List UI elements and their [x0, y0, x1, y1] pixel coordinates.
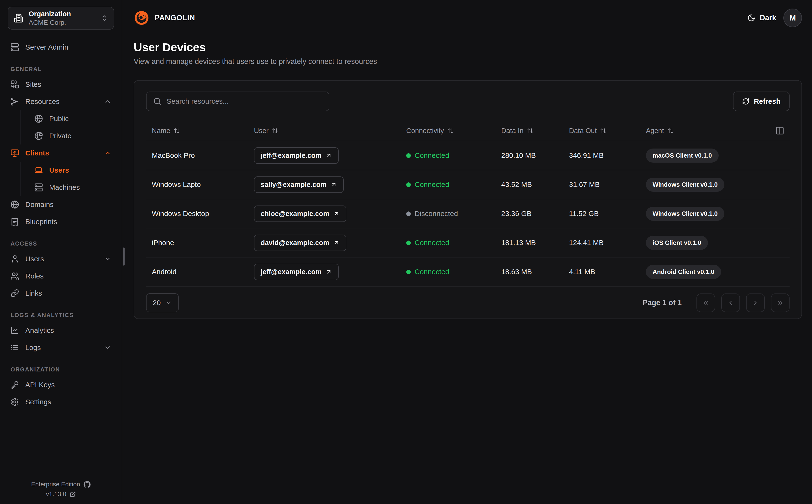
- column-label: Agent: [646, 127, 664, 135]
- status-dot: [406, 182, 411, 187]
- refresh-button[interactable]: Refresh: [733, 92, 790, 111]
- sidebar-item-private[interactable]: Private: [31, 127, 114, 144]
- first-page-button[interactable]: [697, 293, 715, 312]
- page-size-select[interactable]: 20: [146, 293, 179, 312]
- status-dot: [406, 270, 411, 274]
- sidebar-item-clients-machines[interactable]: Machines: [31, 179, 114, 196]
- section-heading-general: GENERAL: [10, 66, 114, 72]
- theme-toggle[interactable]: Dark: [747, 14, 776, 22]
- sidebar-item-public[interactable]: Public: [31, 110, 114, 127]
- sidebar-item-settings[interactable]: Settings: [8, 393, 114, 411]
- sidebar-item-server-admin[interactable]: Server Admin: [8, 39, 114, 56]
- sidebar-item-label: Links: [25, 289, 42, 297]
- connectivity-status: Connected: [406, 268, 501, 276]
- user-link[interactable]: jeff@example.com: [254, 147, 339, 164]
- user-link[interactable]: sally@example.com: [254, 176, 344, 193]
- columns-toggle-button[interactable]: [775, 126, 784, 135]
- external-link-icon: [70, 491, 76, 497]
- search-input[interactable]: [166, 97, 322, 105]
- sort-icon: [600, 128, 606, 134]
- org-switcher[interactable]: Organization ACME Corp.: [8, 7, 114, 30]
- user-link[interactable]: jeff@example.com: [254, 264, 339, 280]
- previous-page-button[interactable]: [721, 293, 740, 312]
- connectivity-status: Connected: [406, 239, 501, 247]
- avatar[interactable]: M: [783, 9, 802, 27]
- agent-badge: Windows Client v0.1.0: [646, 178, 724, 192]
- table-row: iPhone david@example.com Connected 181.1…: [146, 228, 790, 257]
- sidebar-item-label: Clients: [25, 149, 98, 157]
- version-line[interactable]: v1.13.0: [0, 490, 122, 498]
- sidebar-item-clients-users[interactable]: Users: [31, 162, 114, 179]
- table-row: Windows Lapto sally@example.com Connecte…: [146, 170, 790, 199]
- column-label: Connectivity: [406, 127, 444, 135]
- globe-lock-icon: [34, 132, 43, 140]
- sidebar-item-label: Resources: [25, 98, 98, 106]
- status-label: Connected: [415, 268, 449, 276]
- sidebar-item-label: Machines: [49, 183, 80, 191]
- edition-line[interactable]: Enterprise Edition: [0, 481, 122, 488]
- data-in-value: 43.52 MB: [501, 180, 569, 189]
- sidebar-item-sites[interactable]: Sites: [8, 76, 114, 93]
- next-page-button[interactable]: [746, 293, 765, 312]
- sidebar-item-domains[interactable]: Domains: [8, 196, 114, 213]
- chart-line-icon: [10, 326, 19, 335]
- column-header-connectivity[interactable]: Connectivity: [406, 127, 501, 135]
- chevron-up-icon: [104, 98, 111, 105]
- user-email: david@example.com: [261, 239, 329, 247]
- chevron-down-icon: [104, 255, 111, 262]
- sidebar-item-blueprints[interactable]: Blueprints: [8, 213, 114, 230]
- sidebar-item-label: Public: [49, 115, 69, 123]
- data-out-value: 31.67 MB: [569, 180, 646, 189]
- agent-badge: Android Client v0.1.0: [646, 265, 721, 279]
- status-dot: [406, 211, 411, 216]
- sidebar-item-label: Analytics: [25, 326, 54, 334]
- data-in-value: 181.13 MB: [501, 239, 569, 247]
- link-icon: [10, 289, 19, 298]
- sidebar-item-logs[interactable]: Logs: [8, 339, 114, 356]
- user-link[interactable]: chloe@example.com: [254, 206, 346, 222]
- sidebar-item-label: Blueprints: [25, 218, 57, 226]
- sidebar-item-roles[interactable]: Roles: [8, 267, 114, 285]
- column-header-name[interactable]: Name: [146, 127, 254, 135]
- agent-badge: Windows Client v0.1.0: [646, 207, 724, 221]
- data-out-value: 124.41 MB: [569, 239, 646, 247]
- column-header-data-in[interactable]: Data In: [501, 127, 569, 135]
- status-dot: [406, 241, 411, 245]
- devices-card: Refresh Name User Connectivity Da: [134, 80, 802, 319]
- column-header-agent[interactable]: Agent: [646, 127, 790, 135]
- globe-icon: [34, 114, 43, 123]
- column-header-user[interactable]: User: [254, 127, 406, 135]
- main-content: PANGOLIN Dark M User Devices View and ma…: [122, 0, 812, 504]
- page-title: User Devices: [134, 41, 802, 54]
- sort-icon: [527, 128, 533, 134]
- version-label: v1.13.0: [46, 490, 66, 498]
- status-dot: [406, 153, 411, 158]
- avatar-initial: M: [790, 14, 796, 22]
- column-header-data-out[interactable]: Data Out: [569, 127, 646, 135]
- sidebar-item-api-keys[interactable]: API Keys: [8, 376, 114, 393]
- column-label: Name: [152, 127, 170, 135]
- brand: PANGOLIN: [134, 10, 195, 26]
- page-size-value: 20: [153, 299, 161, 307]
- users-icon: [10, 272, 19, 280]
- table-row: Android jeff@example.com Connected 18.63…: [146, 257, 790, 287]
- data-out-value: 4.11 MB: [569, 268, 646, 276]
- resources-subgroup: Public Private: [21, 110, 114, 144]
- sidebar-item-links[interactable]: Links: [8, 285, 114, 302]
- column-label: User: [254, 127, 269, 135]
- sidebar-scrollbar-thumb[interactable]: [123, 247, 124, 266]
- sidebar-item-users[interactable]: Users: [8, 250, 114, 267]
- user-link[interactable]: david@example.com: [254, 235, 346, 251]
- topbar: PANGOLIN Dark M: [134, 0, 802, 36]
- pager: Page 1 of 1: [643, 293, 790, 312]
- pangolin-logo: [134, 10, 149, 26]
- last-page-button[interactable]: [771, 293, 790, 312]
- sidebar-item-clients[interactable]: Clients: [8, 144, 114, 162]
- user-icon: [10, 255, 19, 263]
- sidebar-item-analytics[interactable]: Analytics: [8, 322, 114, 339]
- sidebar-item-resources[interactable]: Resources: [8, 93, 114, 110]
- user-email: chloe@example.com: [261, 210, 329, 218]
- org-value: ACME Corp.: [29, 18, 95, 27]
- user-email: jeff@example.com: [261, 268, 322, 276]
- monitor-up-icon: [10, 149, 19, 157]
